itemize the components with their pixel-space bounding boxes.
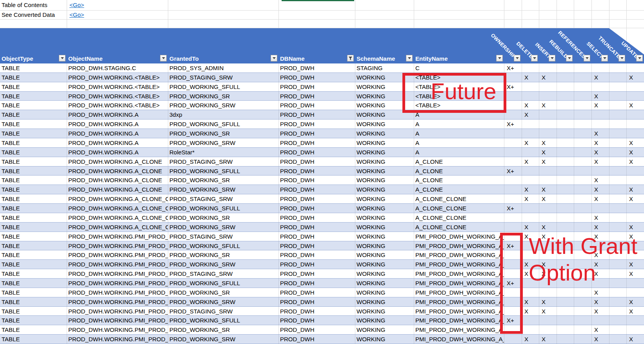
column-header-objecttype: ObjectType — [2, 55, 33, 62]
cell-entityname: PMI_PROD_DWH_WORKING_A_CLONE_CLONE — [414, 335, 504, 344]
chevron-down-icon — [533, 57, 536, 59]
filter-dropdown-dbname[interactable] — [347, 55, 354, 62]
cell-perm-update: X — [626, 269, 644, 278]
table-row: TABLEPROD_DWH.WORKING.PMI_PROD_DWH_WORKI… — [0, 288, 644, 297]
gridline — [0, 10, 644, 11]
cell-perm-insert: X — [539, 185, 557, 194]
cell-objectname: PROD_DWH.WORKING.PMI_PROD_DWH_WORKING_A_… — [67, 325, 168, 334]
chevron-down-icon — [273, 57, 276, 59]
gridline — [574, 0, 574, 28]
cell-objecttype: TABLE — [0, 73, 67, 82]
filter-dropdown-delete[interactable] — [531, 55, 538, 62]
cell-schemaname: WORKING — [355, 260, 414, 269]
filter-dropdown-schemaname[interactable] — [406, 55, 413, 62]
cell-grantedto: PROD_WORKING_SR — [168, 92, 278, 101]
table-row: TABLEPROD_DWH.WORKING.A_CLONEPROD_WORKIN… — [0, 185, 644, 194]
filter-dropdown-objecttype[interactable] — [59, 55, 65, 62]
cell-dbname: PROD_DWH — [278, 335, 355, 344]
cell-objecttype: TABLE — [0, 279, 67, 288]
cell-entityname: C — [414, 63, 504, 72]
gridline — [539, 63, 539, 344]
cell-grantedto: 3dxp — [168, 110, 278, 119]
cell-perm-select: X — [591, 185, 609, 194]
cell-dbname: PROD_DWH — [278, 176, 355, 185]
cell-entityname: A_CLONE — [414, 176, 504, 185]
cell-perm-ownership: X+ — [504, 63, 522, 72]
cell-dbname: PROD_DWH — [278, 204, 355, 213]
cell-objectname: PROD_DWH.WORKING.<TABLE> — [67, 101, 168, 110]
cell-perm-update: X — [626, 157, 644, 166]
cell-perm-delete: X — [522, 194, 539, 203]
cell-schemaname: WORKING — [355, 213, 414, 222]
cell-dbname: PROD_DWH — [278, 325, 355, 334]
cell-grantedto: PROD_WORKING_SR — [168, 176, 278, 185]
table-row: TABLEPROD_DWH.WORKING.A_CLONE_CLONEPROD_… — [0, 204, 644, 213]
cell-perm-insert: X — [539, 335, 557, 344]
cell-perm-insert: X — [539, 148, 557, 157]
cell-entityname: PMI_PROD_DWH_WORKING_A_CLONE_CLONE — [414, 250, 504, 259]
cell-schemaname: WORKING — [355, 204, 414, 213]
cell-perm-insert: X — [539, 223, 557, 232]
filter-dropdown-objectname[interactable] — [160, 55, 167, 62]
cell-grantedto: PROD_STAGING_SRW — [168, 73, 278, 82]
table-row: TABLEPROD_DWH.WORKING.A_CLONE_CLONEPROD_… — [0, 194, 644, 204]
cell-entityname: A_CLONE — [414, 167, 504, 176]
filter-dropdown-ownership[interactable] — [514, 55, 520, 62]
cell-perm-select: X — [591, 73, 609, 82]
cell-objecttype: TABLE — [0, 185, 67, 194]
cell-perm-delete: X — [522, 101, 539, 110]
cell-objectname: PROD_DWH.WORKING.<TABLE> — [67, 82, 168, 91]
gridline — [609, 63, 609, 344]
gridline — [355, 63, 355, 344]
cell-objectname: PROD_DWH.WORKING.PMI_PROD_DWH_WORKING_A_… — [67, 297, 168, 306]
cell-perm-select: X — [591, 307, 609, 316]
filter-dropdown-select[interactable] — [601, 55, 608, 62]
cell-grantedto: PROD_WORKING_SFULL — [168, 82, 278, 91]
cell-perm-update: X — [626, 138, 644, 147]
cell-entityname: PMI_PROD_DWH_WORKING_A_CLONE_CLONE — [414, 316, 504, 325]
chevron-down-icon — [603, 57, 606, 59]
cell-objectname: PROD_DWH.WORKING.A_CLONE — [67, 157, 168, 166]
cell-entityname: PMI_PROD_DWH_WORKING_A_CLONE_CLONE — [414, 307, 504, 316]
gridline — [574, 63, 574, 344]
cell-perm-insert: X — [539, 73, 557, 82]
cell-grantedto: PROD_STAGING_SRW — [168, 269, 278, 278]
table-row: TABLEPROD_DWH.STAGING.CPROD_SYS_ADMINPRO… — [0, 63, 644, 73]
go-link-see-converted-data[interactable]: <Go> — [69, 11, 84, 18]
cell-dbname: PROD_DWH — [278, 260, 355, 269]
cell-dbname: PROD_DWH — [278, 297, 355, 306]
cell-entityname: A — [414, 119, 504, 129]
cell-objectname: PROD_DWH.WORKING.A — [67, 148, 168, 157]
cell-objecttype: TABLE — [0, 110, 67, 119]
cell-objectname: PROD_DWH.WORKING.PMI_PROD_DWH_WORKING_A_… — [67, 279, 168, 288]
go-link-table-of-contents[interactable]: <Go> — [69, 2, 84, 8]
cell-grantedto: PROD_WORKING_SR — [168, 129, 278, 138]
chevron-down-icon — [551, 57, 554, 59]
cell-entityname: PMI_PROD_DWH_WORKING_A_CLONE_CLONE — [414, 325, 504, 334]
cell-objectname: PROD_DWH.WORKING.A_CLONE — [67, 185, 168, 194]
chevron-down-icon — [620, 57, 624, 59]
cell-entityname: PMI_PROD_DWH_WORKING_A_CLONE_CLONE — [414, 260, 504, 269]
cell-grantedto: PROD_WORKING_SFULL — [168, 167, 278, 176]
cell-entityname: A_CLONE_CLONE — [414, 194, 504, 203]
cell-objectname: PROD_DWH.WORKING.PMI_PROD_DWH_WORKING_A_… — [67, 316, 168, 325]
cell-perm-insert: X — [539, 297, 557, 306]
gridline — [168, 0, 168, 28]
filter-dropdown-update[interactable] — [636, 55, 643, 62]
filter-dropdown-insert[interactable] — [549, 55, 555, 62]
filter-dropdown-truncate[interactable] — [619, 55, 625, 62]
cell-entityname: PMI_PROD_DWH_WORKING_A_CLONE_CLONE — [414, 232, 504, 241]
cell-dbname: PROD_DWH — [278, 138, 355, 147]
cell-perm-ownership: X+ — [504, 119, 522, 129]
gridline — [626, 0, 627, 28]
cell-perm-select: X — [591, 176, 609, 185]
table-row: TABLEPROD_DWH.WORKING.APROD_WORKING_SFUL… — [0, 119, 644, 129]
filter-dropdown-entityname[interactable] — [496, 55, 503, 62]
filter-dropdown-grantedto[interactable] — [271, 55, 277, 62]
cell-entityname: PMI_PROD_DWH_WORKING_A_CLONE_CLONE — [414, 288, 504, 297]
cell-schemaname: WORKING — [355, 297, 414, 306]
filter-dropdown-references[interactable] — [584, 55, 590, 62]
cell-objecttype: TABLE — [0, 63, 67, 72]
filter-dropdown-rebuild[interactable] — [566, 55, 573, 62]
cell-grantedto: PROD_STAGING_SRW — [168, 307, 278, 316]
